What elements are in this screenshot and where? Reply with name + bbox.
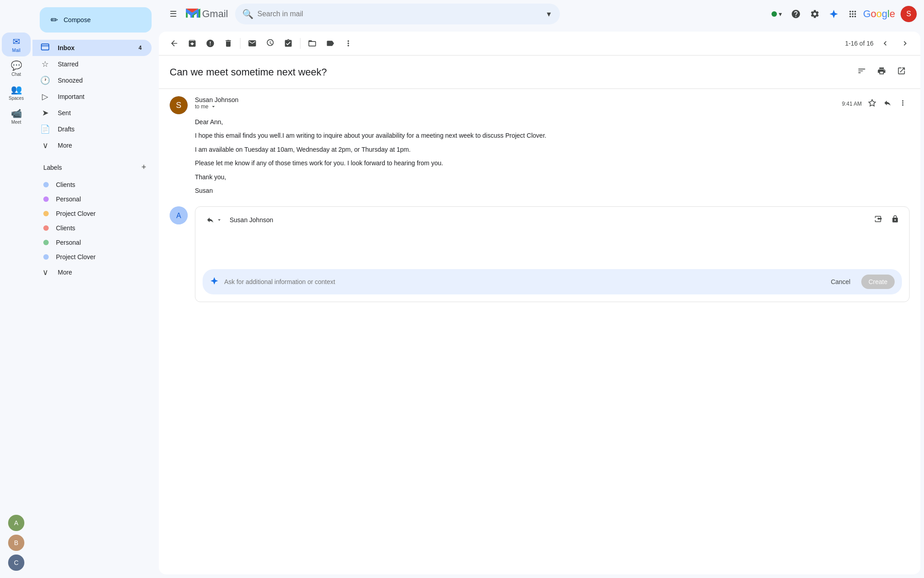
mark-read-button[interactable] [244, 35, 260, 51]
nav-more[interactable]: ∨ More [32, 137, 152, 154]
reply-button[interactable] [881, 96, 894, 112]
search-dropdown-button[interactable]: ▾ [545, 7, 553, 21]
ai-spark-button[interactable] [825, 5, 842, 23]
ai-cancel-button[interactable]: Cancel [825, 275, 856, 288]
svg-text:S: S [906, 10, 911, 18]
nav-snoozed[interactable]: 🕐 Snoozed [32, 72, 152, 89]
email-subject-area: Can we meet sometime next week? [159, 56, 920, 89]
more-label: More [58, 142, 144, 149]
status-dot [772, 11, 777, 17]
important-label: Important [58, 93, 144, 100]
status-indicator[interactable]: ▾ [768, 9, 785, 19]
more-actions-button[interactable] [340, 35, 356, 51]
nav-drafts[interactable]: 📄 Drafts [32, 121, 152, 137]
ai-create-button[interactable]: Create [861, 275, 895, 289]
starred-label: Starred [58, 61, 144, 68]
label-item-5[interactable]: Project Clover [32, 250, 152, 264]
label-dot-5 [43, 254, 49, 260]
reply-recipient: Susan Johnson [230, 216, 273, 224]
label-button[interactable] [322, 35, 338, 51]
sidebar: ✏ Compose Inbox 4 ☆ Starred 🕐 Snoozed ▷ … [32, 0, 159, 578]
svg-text:S: S [176, 101, 181, 110]
search-input[interactable] [257, 10, 541, 18]
reply-area-wrapper: A Susan Johnson [170, 206, 910, 302]
nav-starred[interactable]: ☆ Starred [32, 56, 152, 72]
apps-button[interactable] [844, 5, 861, 23]
body-line-2: I am available on Tuesday at 10am, Wedne… [195, 144, 910, 154]
hamburger-button[interactable]: ☰ [166, 5, 180, 23]
nav-inbox[interactable]: Inbox 4 [32, 40, 152, 56]
rail-item-chat[interactable]: 💬 Chat [2, 56, 31, 80]
bottom-avatar-1[interactable]: A [8, 515, 24, 531]
back-button[interactable] [166, 35, 182, 51]
more-chevron-icon: ∨ [40, 140, 51, 150]
label-item-1[interactable]: Personal [32, 192, 152, 206]
next-page-button[interactable] [897, 35, 913, 51]
svg-text:A: A [176, 212, 181, 219]
label-item-0[interactable]: Clients [32, 177, 152, 192]
svg-rect-0 [42, 44, 49, 50]
user-avatar[interactable]: S [901, 6, 917, 22]
message-more-button[interactable] [896, 96, 910, 112]
label-name-2: Project Clover [56, 210, 96, 217]
delete-button[interactable] [220, 35, 236, 51]
help-button[interactable] [787, 5, 804, 23]
spaces-icon: 👥 [11, 84, 22, 95]
rail-item-mail[interactable]: ✉ Mail [2, 33, 31, 56]
snoozed-label: Snoozed [58, 77, 144, 84]
sent-label: Sent [58, 109, 144, 117]
compose-label: Compose [64, 16, 91, 23]
nav-important[interactable]: ▷ Important [32, 89, 152, 105]
reply-to-button[interactable] [203, 214, 226, 226]
reply-lock-button[interactable] [888, 212, 902, 228]
message-actions [865, 96, 910, 112]
sender-avatar: S [170, 96, 188, 114]
label-item-2[interactable]: Project Clover [32, 206, 152, 221]
header-right: ▾ Google S [768, 5, 917, 23]
pagination-text: 1-16 of 16 [845, 40, 873, 47]
label-item-3[interactable]: Clients [32, 221, 152, 235]
expand-button[interactable] [893, 63, 910, 81]
spam-button[interactable] [202, 35, 218, 51]
email-main: 1-16 of 16 Can we meet sometime next wee… [159, 32, 920, 574]
move-to-button[interactable] [304, 35, 320, 51]
toolbar-sep-2 [300, 38, 300, 49]
email-message: S Susan Johnson to me 9:41 AM [159, 89, 920, 206]
star-message-button[interactable] [865, 96, 879, 112]
task-button[interactable] [280, 35, 296, 51]
reply-right-actions [871, 212, 902, 228]
labels-more[interactable]: ∨ More [32, 264, 152, 280]
reply-body[interactable] [195, 233, 909, 269]
nav-sent[interactable]: ➤ Sent [32, 105, 152, 121]
search-bar: 🔍 ▾ [235, 4, 560, 24]
label-name-5: Project Clover [56, 253, 96, 261]
starred-icon: ☆ [40, 59, 51, 69]
body-line-1: I hope this email finds you well.I am wr… [195, 131, 910, 140]
rail-item-spaces[interactable]: 👥 Spaces [2, 80, 31, 104]
message-body: Dear Ann, I hope this email finds you we… [195, 117, 910, 196]
bottom-avatar-2[interactable]: B [8, 535, 24, 551]
rail-item-meet[interactable]: 📹 Meet [2, 104, 31, 128]
reply-header: Susan Johnson [195, 207, 909, 233]
ai-compose-input[interactable] [224, 278, 820, 285]
labels-more-label: More [58, 269, 144, 276]
message-content: Susan Johnson to me 9:41 AM [195, 96, 910, 199]
labels-add-button[interactable]: + [139, 161, 148, 174]
sender-to[interactable]: to me [195, 103, 239, 110]
compose-button[interactable]: ✏ Compose [40, 7, 152, 33]
bottom-avatar-3[interactable]: C [8, 555, 24, 571]
print-button[interactable] [873, 63, 890, 81]
archive-button[interactable] [184, 35, 200, 51]
snooze-button[interactable] [262, 35, 278, 51]
email-subject: Can we meet sometime next week? [170, 66, 327, 78]
inbox-label: Inbox [58, 44, 129, 51]
prev-page-button[interactable] [877, 35, 893, 51]
search-icon: 🔍 [242, 9, 254, 19]
message-meta: 9:41 AM [842, 96, 910, 112]
reply-expand-button[interactable] [871, 212, 885, 228]
label-item-4[interactable]: Personal [32, 235, 152, 250]
sort-button[interactable] [854, 63, 870, 81]
reply-avatar-spacer: A [170, 206, 188, 302]
settings-button[interactable] [806, 5, 823, 23]
sender-name: Susan Johnson [195, 96, 239, 103]
